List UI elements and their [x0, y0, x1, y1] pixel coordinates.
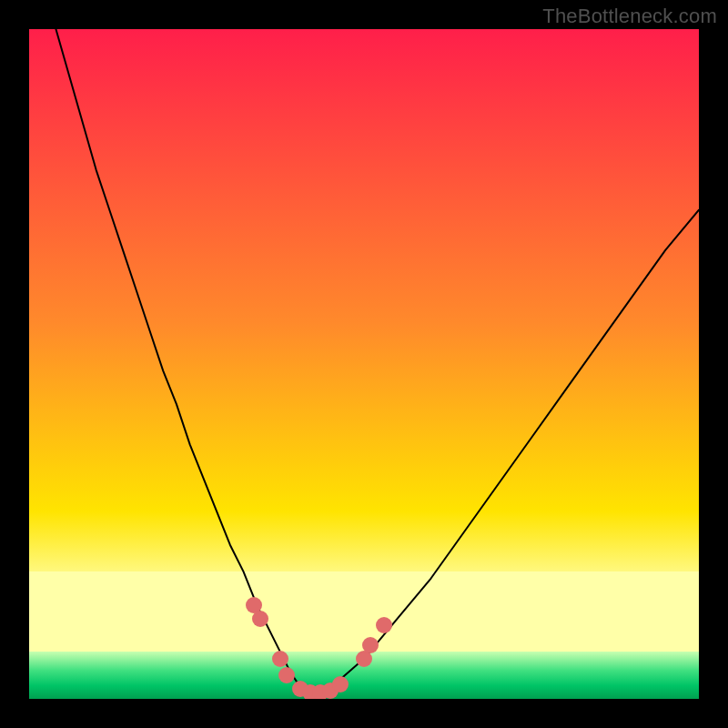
curve-dot: [332, 676, 349, 693]
watermark-text: TheBottleneck.com: [542, 5, 717, 28]
bottleneck-curve: [29, 29, 699, 699]
curve-dot: [278, 667, 295, 683]
curve-dot: [376, 617, 392, 633]
plot-area: [29, 29, 699, 699]
chart-frame: TheBottleneck.com: [0, 0, 728, 728]
curve-dot: [362, 637, 379, 653]
curve-dot: [252, 611, 268, 627]
curve-dot: [272, 651, 288, 667]
